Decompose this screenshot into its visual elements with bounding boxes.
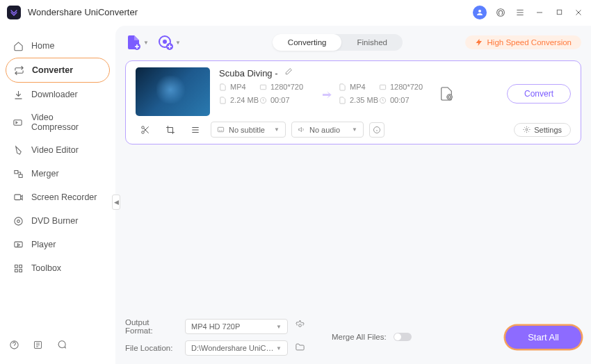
add-disc-button[interactable]: ▼ bbox=[157, 34, 181, 51]
maximize-icon[interactable] bbox=[553, 7, 565, 18]
svg-point-18 bbox=[163, 40, 166, 43]
add-file-button[interactable]: ▼ bbox=[125, 34, 149, 51]
rename-icon[interactable] bbox=[284, 67, 293, 78]
collapse-sidebar-icon[interactable]: ◀ bbox=[112, 195, 120, 210]
recorder-icon bbox=[13, 192, 24, 203]
sidebar-item-label: Screen Recorder bbox=[31, 192, 97, 202]
svg-point-30 bbox=[526, 129, 528, 131]
audio-value: No audio bbox=[309, 126, 340, 134]
sidebar-item-label: Video Editor bbox=[31, 145, 79, 155]
dvd-icon bbox=[13, 215, 24, 226]
lightning-icon bbox=[475, 38, 483, 47]
sidebar-item-player[interactable]: Player bbox=[6, 233, 110, 256]
info-icon[interactable] bbox=[369, 122, 384, 138]
gear-icon bbox=[523, 126, 531, 133]
src-format: MP4 bbox=[230, 83, 246, 91]
output-format-value: MP4 HD 720P bbox=[191, 322, 240, 331]
arrow-icon bbox=[315, 88, 339, 100]
svg-point-0 bbox=[478, 10, 481, 13]
file-location-label: File Location: bbox=[125, 344, 178, 352]
trim-icon[interactable] bbox=[136, 122, 155, 138]
file-location-select[interactable]: D:\Wondershare UniConverter ▼ bbox=[185, 340, 288, 356]
src-resolution: 1280*720 bbox=[270, 83, 303, 91]
toolbox-icon bbox=[13, 263, 24, 274]
app-title: Wondershare UniConverter bbox=[28, 7, 138, 17]
src-size: 2.24 MB bbox=[230, 96, 259, 104]
sidebar: Home Converter Downloader Video Compress… bbox=[0, 24, 115, 364]
svg-rect-22 bbox=[380, 85, 385, 89]
subtitle-value: No subtitle bbox=[229, 126, 265, 134]
chevron-down-icon: ▼ bbox=[143, 40, 149, 46]
sidebar-item-toolbox[interactable]: Toolbox bbox=[6, 256, 110, 280]
compressor-icon bbox=[13, 117, 24, 128]
dst-size: 2.35 MB bbox=[350, 96, 378, 104]
svg-rect-28 bbox=[218, 127, 223, 131]
output-settings-icon[interactable] bbox=[295, 320, 305, 333]
sidebar-item-converter[interactable]: Converter bbox=[6, 58, 110, 83]
resolution-icon bbox=[379, 83, 387, 91]
merge-label: Merge All Files: bbox=[332, 333, 387, 341]
svg-rect-5 bbox=[19, 174, 22, 177]
settings-label: Settings bbox=[534, 126, 562, 134]
help-icon[interactable] bbox=[8, 339, 19, 350]
clock-icon bbox=[379, 97, 387, 104]
resolution-icon bbox=[259, 83, 267, 91]
file-icon bbox=[339, 83, 346, 91]
sidebar-item-dvd[interactable]: DVD Burner bbox=[6, 209, 110, 233]
tab-finished[interactable]: Finished bbox=[341, 34, 402, 51]
feedback-icon[interactable] bbox=[56, 339, 67, 350]
open-folder-icon[interactable] bbox=[295, 342, 305, 354]
file-icon bbox=[219, 97, 227, 104]
merger-icon bbox=[13, 168, 24, 179]
sidebar-item-label: Home bbox=[31, 41, 54, 51]
settings-button[interactable]: Settings bbox=[514, 123, 571, 137]
output-format-label: Output Format: bbox=[125, 318, 178, 335]
download-icon bbox=[13, 89, 24, 100]
start-all-button[interactable]: Start All bbox=[505, 326, 581, 349]
svg-point-31 bbox=[299, 324, 302, 327]
effects-icon[interactable] bbox=[186, 122, 205, 138]
audio-select[interactable]: No audio ▼ bbox=[291, 122, 364, 138]
dst-resolution: 1280*720 bbox=[390, 83, 423, 91]
chevron-down-icon: ▼ bbox=[276, 324, 282, 330]
menu-icon[interactable] bbox=[515, 7, 526, 18]
subtitle-select[interactable]: No subtitle ▼ bbox=[211, 122, 286, 138]
sidebar-item-merger[interactable]: Merger bbox=[6, 162, 110, 185]
sidebar-item-editor[interactable]: Video Editor bbox=[6, 138, 110, 162]
merge-toggle[interactable] bbox=[394, 333, 412, 341]
clock-icon bbox=[259, 97, 267, 104]
svg-rect-20 bbox=[260, 85, 266, 89]
video-thumbnail[interactable] bbox=[136, 67, 210, 116]
sidebar-item-compressor[interactable]: Video Compressor bbox=[6, 106, 110, 138]
svg-point-27 bbox=[142, 131, 145, 133]
file-title: Scuba Diving - bbox=[219, 68, 278, 78]
convert-button[interactable]: Convert bbox=[507, 84, 571, 104]
tab-converting[interactable]: Converting bbox=[273, 34, 342, 51]
file-card: Scuba Diving - MP4 2.24 MB 1280*720 00:0… bbox=[125, 60, 581, 144]
svg-rect-12 bbox=[15, 269, 17, 272]
sidebar-item-home[interactable]: Home bbox=[6, 34, 110, 58]
converter-icon bbox=[13, 65, 24, 76]
home-icon bbox=[13, 40, 24, 51]
preset-settings-icon[interactable] bbox=[437, 85, 455, 103]
player-icon bbox=[13, 239, 24, 250]
chevron-down-icon: ▼ bbox=[175, 40, 181, 46]
support-icon[interactable] bbox=[495, 7, 506, 18]
account-avatar-icon[interactable] bbox=[473, 6, 487, 19]
svg-point-24 bbox=[447, 94, 452, 99]
sidebar-item-label: Video Compressor bbox=[31, 113, 103, 132]
crop-icon[interactable] bbox=[161, 122, 180, 138]
dst-duration: 00:07 bbox=[390, 96, 410, 104]
output-format-select[interactable]: MP4 HD 720P ▼ bbox=[185, 319, 288, 334]
sidebar-item-label: Converter bbox=[32, 65, 73, 75]
dst-format: MP4 bbox=[350, 83, 366, 91]
sidebar-item-label: Downloader bbox=[31, 90, 78, 99]
preferences-icon[interactable] bbox=[32, 339, 43, 350]
high-speed-button[interactable]: High Speed Conversion bbox=[465, 35, 581, 49]
subtitle-icon bbox=[217, 126, 225, 133]
sidebar-item-recorder[interactable]: Screen Recorder bbox=[6, 185, 110, 209]
sidebar-item-downloader[interactable]: Downloader bbox=[6, 83, 110, 106]
close-icon[interactable] bbox=[573, 7, 584, 18]
chevron-down-icon: ▼ bbox=[274, 126, 280, 133]
minimize-icon[interactable] bbox=[534, 7, 545, 18]
